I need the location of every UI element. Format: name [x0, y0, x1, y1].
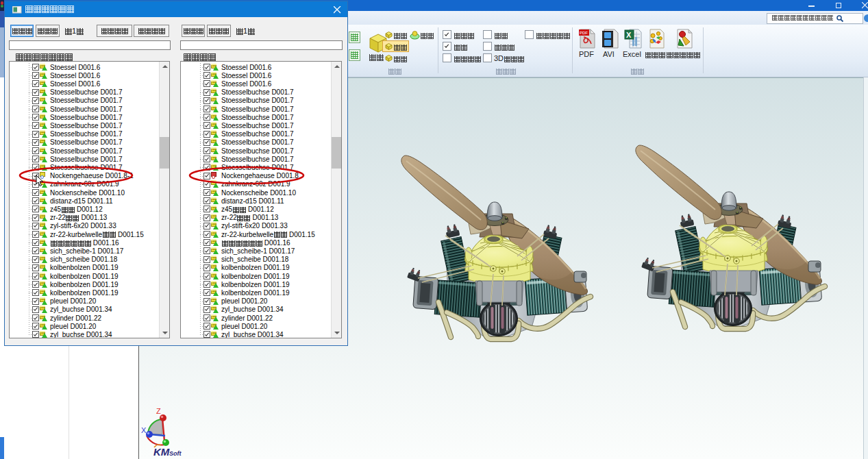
- svg-text:X: X: [626, 31, 632, 39]
- svg-text:KM: KM: [153, 446, 170, 458]
- svg-text:X: X: [141, 426, 147, 434]
- svg-text:Z: Z: [156, 407, 161, 415]
- svg-text:Soft: Soft: [169, 450, 182, 457]
- svg-text:PDF: PDF: [580, 31, 588, 35]
